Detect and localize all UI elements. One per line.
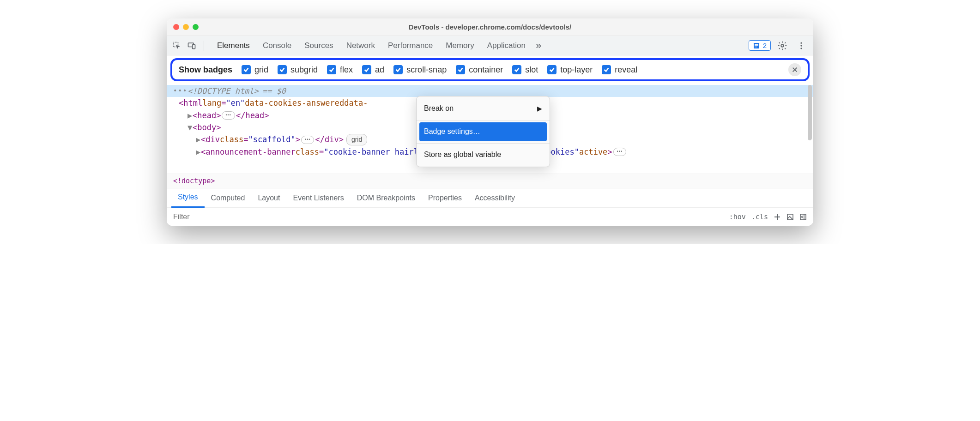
issues-badge[interactable]: 2: [749, 40, 771, 51]
checkbox-icon: [393, 65, 403, 74]
tab-event-listeners[interactable]: Event Listeners: [286, 188, 350, 208]
inspect-element-icon[interactable]: [171, 40, 182, 51]
settings-gear-icon[interactable]: [774, 41, 790, 51]
more-tabs-icon[interactable]: »: [532, 40, 545, 52]
cls-toggle[interactable]: .cls: [751, 213, 768, 221]
titlebar: DevTools - developer.chrome.com/docs/dev…: [167, 18, 813, 36]
checkbox-icon: [602, 65, 611, 74]
badge-checkbox-slot[interactable]: slot: [512, 65, 538, 75]
svg-point-5: [800, 42, 802, 43]
collapsed-node-icon[interactable]: •••: [613, 148, 626, 156]
toggle-sidebar-icon[interactable]: [799, 213, 807, 221]
badge-checkbox-flex[interactable]: flex: [327, 65, 353, 75]
badge-checkbox-top-layer[interactable]: top-layer: [547, 65, 593, 75]
panel-tabs: Elements Console Sources Network Perform…: [211, 36, 745, 55]
badge-checkbox-scroll-snap[interactable]: scroll-snap: [393, 65, 447, 75]
ellipsis-icon: •••: [173, 86, 188, 96]
checkbox-icon: [278, 65, 287, 74]
grid-badge-pill[interactable]: grid: [346, 134, 367, 146]
toolbar-divider: [204, 41, 204, 51]
badge-checkbox-reveal[interactable]: reveal: [602, 65, 637, 75]
svg-point-6: [800, 45, 802, 46]
styles-filter-row: :hov .cls: [167, 207, 813, 226]
close-badges-bar-icon[interactable]: [788, 63, 801, 76]
computed-styles-sidebar-icon[interactable]: [786, 213, 794, 221]
context-menu-store-global[interactable]: Store as global variable: [417, 145, 550, 164]
svg-rect-2: [193, 44, 195, 48]
window-maximize-button[interactable]: [193, 24, 199, 30]
badge-checkbox-grid[interactable]: grid: [242, 65, 268, 75]
hov-toggle[interactable]: :hov: [729, 213, 746, 221]
context-menu: Break on ▶ Badge settings… Store as glob…: [416, 96, 550, 167]
badge-checkbox-subgrid[interactable]: subgrid: [278, 65, 318, 75]
new-style-rule-icon[interactable]: [774, 213, 781, 221]
checkbox-icon: [242, 65, 251, 74]
tab-layout[interactable]: Layout: [251, 188, 286, 208]
more-options-icon[interactable]: [794, 41, 809, 50]
tab-application[interactable]: Application: [481, 36, 532, 55]
checkbox-icon: [362, 65, 371, 74]
scrollbar-thumb[interactable]: [808, 85, 812, 140]
tab-network[interactable]: Network: [340, 36, 381, 55]
context-menu-badge-settings[interactable]: Badge settings…: [419, 122, 547, 141]
styles-filter-tools: :hov .cls: [723, 213, 813, 221]
tab-accessibility[interactable]: Accessibility: [468, 188, 521, 208]
selected-node-indicator: == $0: [262, 85, 286, 97]
issues-count: 2: [763, 42, 767, 49]
styles-pane-tabs: Styles Computed Layout Event Listeners D…: [167, 188, 813, 207]
context-menu-break-on[interactable]: Break on ▶: [417, 99, 550, 118]
tab-styles[interactable]: Styles: [171, 188, 205, 208]
dom-node-doctype[interactable]: •••<!DOCTYPE html> == $0: [167, 85, 813, 97]
tab-performance[interactable]: Performance: [381, 36, 439, 55]
checkbox-icon: [512, 65, 521, 74]
main-toolbar: Elements Console Sources Network Perform…: [167, 36, 813, 55]
badge-checkbox-ad[interactable]: ad: [362, 65, 384, 75]
devtools-window: DevTools - developer.chrome.com/docs/dev…: [167, 18, 813, 226]
tab-properties[interactable]: Properties: [422, 188, 468, 208]
styles-filter-input[interactable]: [167, 213, 723, 221]
svg-point-7: [800, 48, 802, 49]
checkbox-icon: [327, 65, 336, 74]
collapsed-node-icon[interactable]: •••: [222, 111, 235, 120]
show-badges-label: Show badges: [179, 65, 232, 75]
dom-tree[interactable]: •••<!DOCTYPE html> == $0 <html lang="en"…: [167, 81, 813, 174]
window-close-button[interactable]: [173, 24, 179, 30]
show-badges-bar: Show badges grid subgrid flex ad scroll-…: [170, 58, 810, 81]
device-toolbar-icon[interactable]: [186, 40, 197, 51]
context-menu-separator: [417, 143, 550, 144]
tab-memory[interactable]: Memory: [439, 36, 480, 55]
tab-elements[interactable]: Elements: [211, 36, 256, 55]
traffic-lights: [173, 24, 199, 30]
badge-checkbox-container[interactable]: container: [456, 65, 503, 75]
collapsed-node-icon[interactable]: •••: [301, 136, 314, 144]
tab-console[interactable]: Console: [256, 36, 298, 55]
checkbox-icon: [456, 65, 465, 74]
tab-sources[interactable]: Sources: [298, 36, 339, 55]
window-minimize-button[interactable]: [183, 24, 189, 30]
tab-dom-breakpoints[interactable]: DOM Breakpoints: [351, 188, 422, 208]
tab-computed[interactable]: Computed: [205, 188, 252, 208]
context-menu-separator: [417, 120, 550, 120]
checkbox-icon: [547, 65, 557, 74]
window-title: DevTools - developer.chrome.com/docs/dev…: [167, 23, 813, 31]
dom-breadcrumb[interactable]: <!doctype>: [167, 174, 813, 188]
chevron-right-icon: ▶: [537, 104, 542, 114]
svg-point-4: [781, 44, 784, 47]
